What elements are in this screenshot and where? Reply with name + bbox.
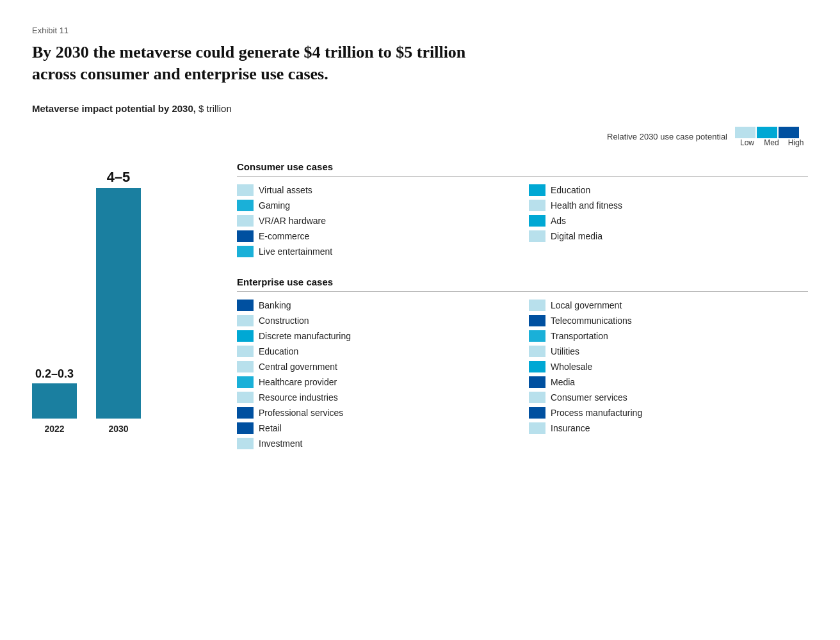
list-item: Ads	[529, 215, 808, 227]
bar-group-2022: 0.2–0.3 2022	[32, 367, 77, 434]
list-item: VR/AR hardware	[237, 215, 516, 227]
enterprise-use-cases-grid: Banking Local government Construction Te…	[237, 300, 808, 449]
list-item: Telecommunications	[529, 315, 808, 326]
bar-2030	[96, 188, 141, 419]
swatch-central-gov	[237, 361, 254, 372]
list-item: Retail	[237, 422, 516, 434]
list-item: Investment	[237, 438, 516, 449]
swatch-ads	[529, 215, 545, 227]
swatch-process-mfg	[529, 407, 545, 419]
swatch-education-consumer	[529, 184, 545, 196]
bar-year-2022: 2022	[44, 424, 64, 434]
swatch-wholesale	[529, 361, 545, 372]
consumer-use-cases-grid: Virtual assets Education Gaming Health a…	[237, 184, 808, 257]
label-ecommerce: E-commerce	[259, 231, 309, 241]
legend-swatch-low	[735, 127, 755, 138]
label-construction: Construction	[259, 316, 309, 326]
list-item: Education	[529, 184, 808, 196]
legend-level-high: High	[784, 138, 808, 147]
label-utilities: Utilities	[551, 346, 579, 356]
list-item: E-commerce	[237, 230, 516, 242]
swatch-banking	[237, 300, 254, 311]
label-virtual-assets: Virtual assets	[259, 185, 312, 195]
list-item: Transportation	[529, 330, 808, 342]
legend-level-low: Low	[735, 138, 759, 147]
label-discrete-mfg: Discrete manufacturing	[259, 331, 351, 341]
swatch-professional	[237, 407, 254, 419]
list-item: Central government	[237, 361, 516, 372]
label-media: Media	[551, 377, 575, 387]
swatch-discrete-mfg	[237, 330, 254, 342]
enterprise-section: Enterprise use cases Banking Local gover…	[237, 276, 808, 449]
list-item: Media	[529, 376, 808, 388]
legend-row: Relative 2030 use case potential Low Med…	[237, 127, 808, 147]
label-health-fitness: Health and fitness	[551, 200, 622, 211]
swatch-consumer-svc	[529, 392, 545, 403]
label-professional: Professional services	[259, 408, 343, 418]
right-panel: Relative 2030 use case potential Low Med…	[211, 127, 808, 468]
list-item: Digital media	[529, 230, 808, 242]
list-item: Local government	[529, 300, 808, 311]
legend-swatches	[735, 127, 799, 138]
legend-level-med: Med	[759, 138, 784, 147]
label-live-entertainment: Live entertainment	[259, 246, 332, 257]
subtitle: Metaverse impact potential by 2030, $ tr…	[32, 103, 808, 114]
legend-levels: Low Med High	[735, 138, 808, 147]
label-retail: Retail	[259, 423, 282, 433]
list-item: Discrete manufacturing	[237, 330, 516, 342]
list-item: Live entertainment	[237, 246, 516, 257]
swatch-health-fitness	[529, 200, 545, 211]
enterprise-divider	[237, 291, 808, 292]
swatch-insurance	[529, 422, 545, 434]
chart-area: 0.2–0.3 2022 4–5 2030	[32, 127, 211, 434]
label-wholesale: Wholesale	[551, 362, 592, 372]
list-item: Wholesale	[529, 361, 808, 372]
list-item: Process manufacturing	[529, 407, 808, 419]
bar-2022	[32, 383, 77, 419]
consumer-section: Consumer use cases Virtual assets Educat…	[237, 161, 808, 257]
subtitle-bold: Metaverse impact potential by 2030,	[32, 103, 196, 114]
list-item: Virtual assets	[237, 184, 516, 196]
swatch-healthcare	[237, 376, 254, 388]
swatch-resource	[237, 392, 254, 403]
label-education-ent: Education	[259, 346, 298, 356]
label-transportation: Transportation	[551, 331, 608, 341]
label-healthcare: Healthcare provider	[259, 377, 337, 387]
swatch-transportation	[529, 330, 545, 342]
list-item: Resource industries	[237, 392, 516, 403]
swatch-retail	[237, 422, 254, 434]
swatch-vr-ar	[237, 215, 254, 227]
label-resource: Resource industries	[259, 392, 338, 403]
swatch-telecom	[529, 315, 545, 326]
swatch-digital-media	[529, 230, 545, 242]
label-digital-media: Digital media	[551, 231, 602, 241]
label-education-consumer: Education	[551, 185, 590, 195]
consumer-section-title: Consumer use cases	[237, 161, 808, 172]
bar-year-2030: 2030	[108, 424, 128, 434]
swatch-virtual-assets	[237, 184, 254, 196]
enterprise-section-title: Enterprise use cases	[237, 276, 808, 287]
label-telecom: Telecommunications	[551, 316, 632, 326]
label-investment: Investment	[259, 438, 302, 449]
list-item: Healthcare provider	[237, 376, 516, 388]
bar-value-2030: 4–5	[107, 169, 131, 186]
label-banking: Banking	[259, 300, 291, 310]
subtitle-unit: $ trillion	[196, 103, 232, 114]
list-item: Professional services	[237, 407, 516, 419]
bars-container: 0.2–0.3 2022 4–5 2030	[32, 165, 211, 434]
label-central-gov: Central government	[259, 362, 337, 372]
label-local-gov: Local government	[551, 300, 622, 310]
label-consumer-svc: Consumer services	[551, 392, 627, 403]
swatch-construction	[237, 315, 254, 326]
label-process-mfg: Process manufacturing	[551, 408, 642, 418]
swatch-utilities	[529, 346, 545, 357]
legend-label: Relative 2030 use case potential	[607, 132, 727, 141]
swatch-gaming	[237, 200, 254, 211]
bar-value-2022: 0.2–0.3	[35, 367, 74, 381]
list-item: Construction	[237, 315, 516, 326]
label-gaming: Gaming	[259, 200, 290, 211]
swatch-live-entertainment	[237, 246, 254, 257]
label-ads: Ads	[551, 216, 566, 226]
swatch-education-ent	[237, 346, 254, 357]
list-item: Education	[237, 346, 516, 357]
